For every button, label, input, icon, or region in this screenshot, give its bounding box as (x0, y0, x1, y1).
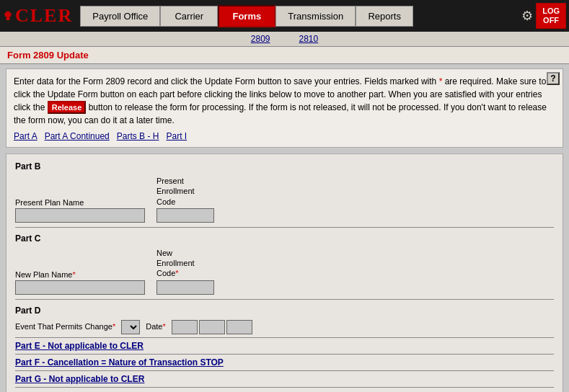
header: ✟ CLER Payroll Office Carrier Forms Tran… (0, 0, 569, 32)
main-nav: Payroll Office Carrier Forms Transmissio… (80, 3, 566, 29)
present-enrollment-code-label: Present Enrollment Code (156, 176, 214, 207)
release-button-inline[interactable]: Release (48, 101, 87, 114)
info-text-1: Enter data for the Form 2809 record and … (14, 76, 436, 86)
logo-cross-icon: ✟ (3, 9, 12, 23)
part-b-label: Part B (15, 161, 554, 172)
nav-reports[interactable]: Reports (356, 6, 413, 27)
info-text: Enter data for the Form 2809 record and … (14, 75, 555, 127)
form-2809-link[interactable]: 2809 (251, 34, 270, 44)
present-plan-name-group: Present Plan Name (15, 198, 145, 223)
part-i-link[interactable]: Part I (166, 131, 187, 141)
present-plan-name-input[interactable] (15, 208, 145, 223)
part-a-continued-link[interactable]: Part A Continued (45, 131, 110, 141)
form-2810-link[interactable]: 2810 (299, 34, 319, 44)
page-title: Form 2809 Update (7, 50, 89, 61)
part-g-label[interactable]: Part G - Not applicable to CLER (15, 374, 554, 384)
form-section: Part B Present Plan Name Present Enrollm… (6, 153, 563, 392)
date-label: Date* (146, 322, 166, 331)
new-enrollment-code-group: NewEnrollmentCode* (156, 248, 214, 295)
new-enrollment-code-input[interactable] (156, 280, 214, 295)
part-e-divider (15, 354, 554, 355)
nav-forms[interactable]: Forms (218, 5, 275, 27)
event-label: Event That Permits Change* (15, 322, 115, 331)
new-enrollment-code-label: NewEnrollmentCode* (156, 248, 214, 279)
nav-payroll-office[interactable]: Payroll Office (80, 6, 160, 27)
settings-gear-icon[interactable]: ⚙ (521, 8, 533, 24)
part-e-label[interactable]: Part E - Not applicable to CLER (15, 341, 554, 351)
part-links: Part A Part A Continued Parts B - H Part… (14, 131, 555, 141)
new-plan-name-label: New Plan Name* (15, 270, 145, 279)
part-b-row: Present Plan Name Present Enrollment Cod… (15, 176, 554, 223)
info-box: ? Enter data for the Form 2809 record an… (6, 68, 563, 148)
required-marker: * (439, 76, 443, 86)
new-plan-name-input[interactable] (15, 280, 145, 295)
part-c-label: Part C (15, 233, 554, 244)
part-b-divider (15, 227, 554, 228)
help-button[interactable]: ? (547, 72, 560, 85)
nav-carrier[interactable]: Carrier (160, 6, 218, 27)
subheader: 2809 2810 (0, 32, 569, 47)
part-c-row: New Plan Name* NewEnrollmentCode* (15, 248, 554, 295)
part-g-divider (15, 387, 554, 388)
part-d-date-group (172, 320, 252, 334)
parts-b-h-link[interactable]: Parts B - H (117, 131, 159, 141)
page-title-bar: Form 2809 Update (0, 47, 569, 64)
nav-transmission[interactable]: Transmission (275, 6, 356, 27)
part-d-date-year[interactable] (226, 320, 252, 334)
part-a-link[interactable]: Part A (14, 131, 38, 141)
part-f-divider (15, 370, 554, 371)
log-off-button[interactable]: LOGOFF (536, 3, 566, 29)
part-d-date-day[interactable] (199, 320, 225, 334)
info-text-3: button to release the form for processin… (14, 102, 547, 125)
present-plan-name-label: Present Plan Name (15, 198, 145, 207)
part-d-divider (15, 337, 554, 338)
part-f-label[interactable]: Part F - Cancellation = Nature of Transa… (15, 357, 554, 368)
part-d-label: Part D (15, 306, 554, 316)
present-enrollment-code-group: Present Enrollment Code (156, 176, 214, 223)
present-enrollment-code-input[interactable] (156, 208, 214, 223)
part-d-row: Event That Permits Change* Date* (15, 320, 554, 334)
event-select[interactable] (121, 320, 140, 334)
logo-text: CLER (15, 5, 73, 27)
new-plan-name-group: New Plan Name* (15, 270, 145, 295)
new-plan-name-required: * (72, 270, 75, 279)
main-content: ? Enter data for the Form 2809 record an… (0, 64, 569, 392)
app-logo: ✟ CLER (3, 5, 73, 27)
part-d-date-month[interactable] (172, 320, 198, 334)
part-c-divider (15, 299, 554, 300)
